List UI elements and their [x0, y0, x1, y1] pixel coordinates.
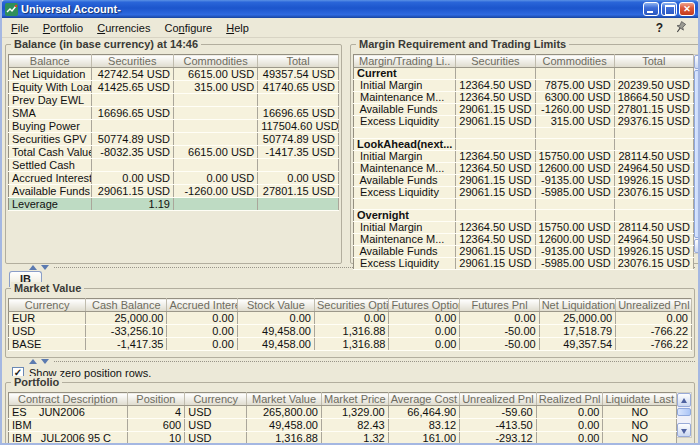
scroll-down-button[interactable]	[677, 423, 691, 437]
table-cell: 24964.50 USD	[614, 234, 693, 246]
table-row[interactable]: Available Funds29061.15 USD-9135.00 USD1…	[354, 246, 694, 258]
table-row[interactable]: Available Funds29061.15 USD-9135.00 USD1…	[354, 175, 694, 187]
column-header[interactable]: Margin/Trading Li..	[354, 55, 456, 68]
margin-scrollbar[interactable]	[694, 54, 698, 254]
table-row[interactable]: Maintenance M...12364.50 USD12600.00 USD…	[354, 163, 694, 175]
divider-line	[54, 361, 695, 362]
table-row[interactable]: Leverage1.19	[9, 198, 339, 211]
table-row[interactable]: Total Cash Value-8032.35 USD6615.00 USD-…	[9, 146, 339, 159]
portfolio-title: Portfolio	[11, 376, 62, 388]
column-header[interactable]: Commodities	[535, 55, 614, 68]
column-header[interactable]: Unrealized Pnl	[616, 299, 692, 312]
column-header[interactable]: Cash Balance	[86, 299, 167, 312]
scroll-down-button[interactable]	[694, 239, 698, 253]
table-row[interactable]: Excess Liquidity29061.15 USD-5985.00 USD…	[354, 258, 694, 270]
table-row[interactable]: Buying Power117504.60 USD	[9, 120, 339, 133]
maximize-button[interactable]	[661, 2, 677, 16]
table-row[interactable]: Maintenance M...12364.50 USD12600.00 USD…	[354, 234, 694, 246]
column-header[interactable]: Currency	[9, 299, 86, 312]
table-cell: 18664.50 USD	[614, 92, 693, 104]
table-cell: 6615.00 USD	[174, 146, 258, 159]
table-cell: Net Liquidation	[9, 68, 92, 81]
scroll-up-button[interactable]	[677, 393, 691, 407]
close-button[interactable]	[679, 2, 695, 16]
table-cell: Excess Liquidity	[354, 258, 456, 270]
table-row[interactable]: Available Funds29061.15 USD-1260.00 USD2…	[354, 104, 694, 116]
scroll-thumb[interactable]	[677, 408, 691, 416]
table-cell: 29376.15 USD	[614, 116, 693, 128]
collapse-down-icon[interactable]	[41, 359, 49, 364]
table-row[interactable]: Securities GPV50774.89 USD50774.89 USD	[9, 133, 339, 146]
menu-item-file[interactable]: File	[4, 20, 36, 36]
column-header[interactable]: Securities Optio...	[314, 299, 388, 312]
column-header[interactable]: Total	[614, 55, 693, 68]
table-row[interactable]: Initial Margin12364.50 USD15750.00 USD28…	[354, 222, 694, 234]
column-header[interactable]: Commodities	[174, 55, 258, 68]
table-cell: 1,316.88	[247, 432, 322, 444]
table-cell: -1417.35 USD	[258, 146, 339, 159]
column-header[interactable]: Futures Options...	[389, 299, 460, 312]
column-header[interactable]: Liquidate Last	[603, 393, 677, 406]
table-cell: 6615.00 USD	[174, 68, 258, 81]
column-header[interactable]: Net Liquidation ...	[539, 299, 615, 312]
minimize-button[interactable]	[643, 2, 659, 16]
table-row[interactable]: USD-33,256.100.0049,458.001,316.880.00-5…	[9, 325, 692, 338]
column-header[interactable]: Currency	[185, 393, 247, 406]
column-header[interactable]: Market Price	[321, 393, 388, 406]
table-row[interactable]: Available Funds29061.15 USD-1260.00 USD2…	[9, 185, 339, 198]
table-row[interactable]: IBM600USD49,458.0082.4383.12-413.500.00N…	[9, 419, 677, 432]
column-header[interactable]: Average Cost	[388, 393, 459, 406]
menu-item-configure[interactable]: Configure	[157, 20, 219, 36]
column-header[interactable]: Realized Pnl	[536, 393, 603, 406]
menu-item-portfolio[interactable]: Portfolio	[36, 20, 90, 36]
menu-item-currencies[interactable]: Currencies	[90, 20, 157, 36]
scroll-thumb[interactable]	[694, 70, 698, 238]
column-header[interactable]: Contract Description	[9, 393, 128, 406]
column-header[interactable]: Securities	[91, 55, 174, 68]
table-row[interactable]: SMA16696.65 USD16696.65 USD	[9, 107, 339, 120]
table-cell: 28114.50 USD	[614, 151, 693, 163]
table-row[interactable]	[354, 128, 694, 139]
table-row[interactable]: IBM JUL2006 95 C10USD1,316.881.32161.00-…	[9, 432, 677, 444]
table-row[interactable]: Settled Cash	[9, 159, 339, 172]
table-row[interactable]: Prev Day EWL	[9, 94, 339, 107]
table-row[interactable]: Initial Margin12364.50 USD7875.00 USD202…	[354, 80, 694, 92]
portfolio-scrollbar[interactable]	[677, 392, 692, 438]
table-cell: 27801.15 USD	[258, 185, 339, 198]
column-header[interactable]: Futures Pnl	[460, 299, 539, 312]
table-row[interactable]: BASE-1,417.350.0049,458.001,316.880.00-5…	[9, 338, 692, 351]
column-header[interactable]: Balance	[9, 55, 92, 68]
column-header[interactable]: Market Value	[247, 393, 322, 406]
table-row[interactable]: Maintenance M...12364.50 USD6300.00 USD1…	[354, 92, 694, 104]
table-row[interactable]: Overnight	[354, 210, 694, 222]
pin-icon[interactable]	[672, 19, 688, 36]
column-header[interactable]: Securities	[456, 55, 535, 68]
collapse-down-icon[interactable]	[41, 265, 49, 270]
table-row[interactable]: Excess Liquidity29061.15 USD315.00 USD29…	[354, 116, 694, 128]
column-header[interactable]: Position	[127, 393, 185, 406]
table-row[interactable]	[354, 199, 694, 210]
menu-item-help[interactable]: Help	[219, 20, 256, 36]
table-row[interactable]: ES JUN20064USD265,800.001,329.0066,464.9…	[9, 406, 677, 419]
collapse-up-icon[interactable]	[29, 359, 37, 364]
column-header[interactable]: Total	[258, 55, 339, 68]
column-header[interactable]: Stock Value	[237, 299, 314, 312]
column-header[interactable]: Accrued Interest	[167, 299, 237, 312]
table-row[interactable]: Net Liquidation42742.54 USD6615.00 USD49…	[9, 68, 339, 81]
table-cell: Overnight	[354, 210, 456, 222]
table-row[interactable]: Equity With Loan41425.65 USD315.00 USD41…	[9, 81, 339, 94]
help-icon[interactable]: ?	[656, 21, 663, 35]
table-row[interactable]: Initial Margin12364.50 USD15750.00 USD28…	[354, 151, 694, 163]
table-row[interactable]: LookAhead(next...	[354, 139, 694, 151]
title-bar[interactable]: Universal Account-	[2, 0, 698, 18]
table-cell: Equity With Loan	[9, 81, 92, 94]
scroll-up-button[interactable]	[694, 55, 698, 69]
table-cell: 19926.15 USD	[614, 246, 693, 258]
table-row[interactable]: Accrued Interest0.00 USD0.00 USD0.00 USD	[9, 172, 339, 185]
table-row[interactable]: Current	[354, 68, 694, 80]
table-row[interactable]: EUR25,000.000.000.000.000.000.0025,000.0…	[9, 312, 692, 325]
table-row[interactable]: Excess Liquidity29061.15 USD-5985.00 USD…	[354, 187, 694, 199]
split-divider[interactable]	[5, 358, 695, 364]
column-header[interactable]: Unrealized Pnl	[460, 393, 537, 406]
collapse-up-icon[interactable]	[29, 265, 37, 270]
